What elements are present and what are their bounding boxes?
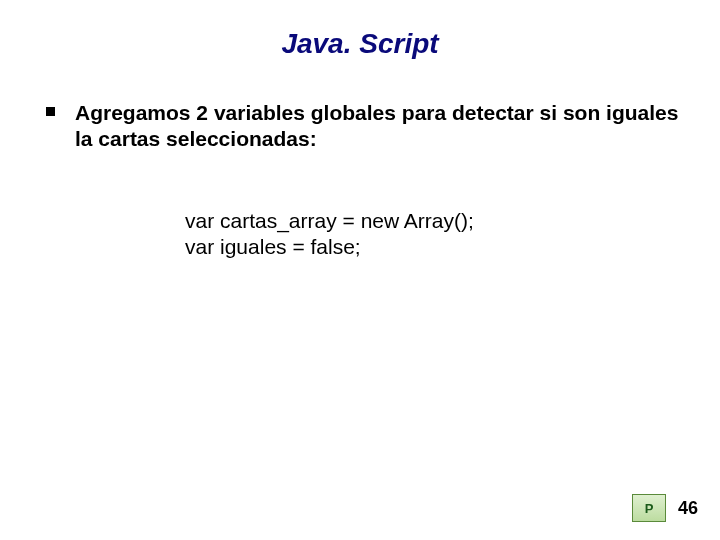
footer: P 46 (632, 494, 698, 522)
page-number: 46 (678, 498, 698, 519)
logo-icon: P (632, 494, 666, 522)
bullet-square-icon (46, 107, 55, 116)
slide-title: Java. Script (0, 28, 720, 60)
logo-letter: P (645, 501, 654, 516)
bullet-row: Agregamos 2 variables globales para dete… (46, 100, 680, 153)
code-line-1: var cartas_array = new Array(); (185, 208, 720, 234)
bullet-text: Agregamos 2 variables globales para dete… (75, 100, 680, 153)
code-line-2: var iguales = false; (185, 234, 720, 260)
code-block: var cartas_array = new Array(); var igua… (185, 208, 720, 261)
bullet-block: Agregamos 2 variables globales para dete… (0, 100, 720, 153)
